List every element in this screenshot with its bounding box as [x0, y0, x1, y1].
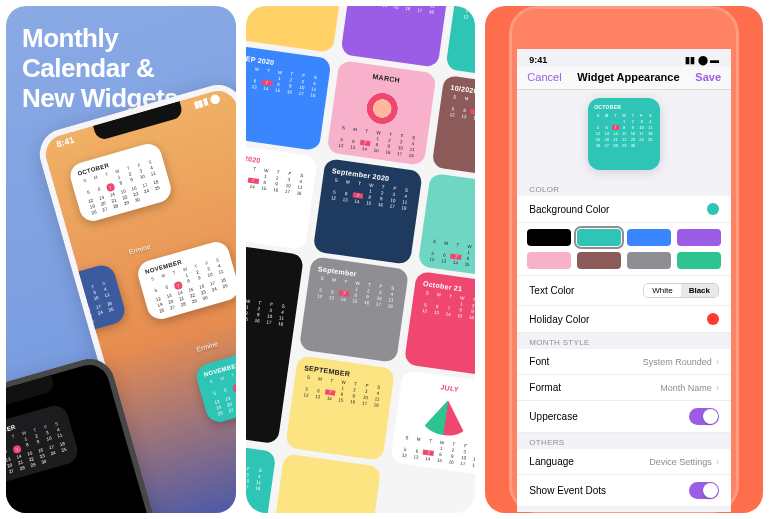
tile-grid: SMTWTFS123456789101112131415161718	[426, 238, 475, 272]
widget-tile[interactable]: October 21 SMTWTFS1234567891011121314151…	[403, 271, 475, 377]
event-dots-toggle[interactable]	[689, 482, 719, 499]
swatch-green[interactable]	[677, 252, 721, 269]
widget-tile-illustration[interactable]: SMTWTFS123456789101112131415161718	[417, 173, 475, 279]
row-label: Show Event Dots	[529, 485, 606, 496]
swatch-pink[interactable]	[527, 252, 571, 269]
row-format[interactable]: Format Month Name›	[517, 375, 731, 401]
nav-title: Widget Appearance	[577, 71, 679, 83]
holiday-color-value-dot	[707, 313, 719, 325]
row-value: System Rounded	[643, 357, 712, 367]
section-header-month-style: MONTH STYLE	[517, 333, 731, 349]
headline-line-1: Monthly	[22, 24, 178, 54]
tile-grid: SMTWTFS123456789101112131415161718	[335, 125, 419, 159]
section-header-others: OTHERS	[517, 433, 731, 449]
swatch-teal[interactable]	[577, 229, 621, 246]
widget-preview: OCTOBER SMTWTFS1234567891011121314151617…	[588, 98, 660, 170]
swatch-gray[interactable]	[627, 252, 671, 269]
promo-panel-1: Monthly Calendar & New Widgets 8:41 ▮▮▮ …	[6, 6, 236, 513]
save-button[interactable]: Save	[695, 71, 721, 83]
status-bar: 9:41 ▮▮ ⬤ ▬	[517, 49, 731, 67]
row-label: Uppercase	[529, 411, 577, 422]
phone-stage: 8:41 ▮▮▮ ⬤ OCTOBER SMTWTFS12345678910111…	[6, 120, 236, 513]
tile-month: MARCH	[345, 69, 427, 87]
row-uppercase: Uppercase	[517, 401, 731, 433]
widget-tile[interactable]: SEPTEMBER SMTWTFS12345678910111213141516…	[285, 355, 395, 461]
promo-panel-3: 9:41 ▮▮ ⬤ ▬ Cancel Widget Appearance Sav…	[485, 6, 763, 513]
tile-grid: SMTWTFS123456789101112131415161718	[398, 434, 475, 468]
promo-panel-2: October, 21 SMTWTFS123456789101112131415…	[246, 6, 476, 513]
nav-bar: Cancel Widget Appearance Save	[517, 67, 731, 90]
tile-grid: SMTWTFS123456789101112131415161718	[446, 94, 475, 128]
chevron-right-icon: ›	[716, 382, 719, 393]
swatch-blue[interactable]	[627, 229, 671, 246]
widget-tile-illustration[interactable]: JULY SMTWTFS123456789101112131415161718	[390, 370, 476, 476]
row-label: Format	[529, 382, 561, 393]
row-show-event-dots: Show Event Dots	[517, 475, 731, 507]
widget-tile[interactable]: SEP 2020 SMTWTFS123456789101112131415161…	[445, 6, 476, 83]
row-background-color[interactable]: Background Color	[517, 196, 731, 223]
widget-tile-illustration[interactable]	[271, 453, 381, 513]
settings-screen: 9:41 ▮▮ ⬤ ▬ Cancel Widget Appearance Sav…	[517, 49, 731, 512]
chevron-right-icon: ›	[716, 356, 719, 367]
widget-tile[interactable]: 10/2020 SMTWTFS1234567891011121314151617…	[340, 6, 450, 68]
row-value: Device Settings	[649, 457, 712, 467]
widget-preview-area: OCTOBER SMTWTFS1234567891011121314151617…	[517, 90, 731, 180]
sun-illustration-icon	[355, 87, 408, 129]
row-label: Font	[529, 356, 549, 367]
row-language[interactable]: Language Device Settings›	[517, 449, 731, 475]
tile-month: JULY	[408, 379, 475, 397]
status-icons: ▮▮ ⬤ ▬	[685, 55, 719, 65]
tile-grid: SMTWTFS123456789101112131415161718	[246, 294, 289, 328]
calendar-widget-dark[interactable]: OCTOBER SMTWTFS1234567891011121314151617…	[6, 403, 81, 487]
row-label: Holiday Color	[529, 314, 589, 325]
preview-grid: SMTWTFS123456789101112131415161718192021…	[594, 113, 654, 148]
text-color-white[interactable]: White	[644, 284, 680, 297]
row-value: Month Name	[660, 383, 712, 393]
widget-tile[interactable]: September SMTWTFS12345678910111213141516…	[299, 257, 409, 363]
tile-grid: SMTWTFS123456789101112131415161718	[419, 290, 476, 324]
tile-grid: SMTWTFS123456789101112131415161718	[460, 6, 475, 30]
row-holiday-color[interactable]: Holiday Color	[517, 306, 731, 333]
widget-tile[interactable]: October, 21 SMTWTFS123456789101112131415…	[246, 6, 345, 53]
widget-tile[interactable]: SEP 2020 SMTWTFS123456789101112131415161…	[246, 144, 318, 250]
uppercase-toggle[interactable]	[689, 408, 719, 425]
device-outline: 9:41 ▮▮ ⬤ ▬ Cancel Widget Appearance Sav…	[509, 6, 739, 513]
headline: Monthly Calendar & New Widgets	[22, 24, 178, 114]
tile-grid: SMTWTFS123456789101112131415161718	[355, 6, 439, 15]
tile-month: SEP 2020	[246, 447, 267, 465]
chevron-right-icon: ›	[716, 456, 719, 467]
section-header-color: COLOR	[517, 180, 731, 196]
color-swatch-picker	[517, 223, 731, 276]
swatch-black[interactable]	[527, 229, 571, 246]
watermelon-illustration-icon	[419, 397, 472, 439]
swatch-row-2	[527, 252, 721, 269]
bg-color-value-dot	[707, 203, 719, 215]
preview-month: OCTOBER	[594, 104, 654, 110]
text-color-segmented: White Black	[643, 283, 719, 298]
row-text-color: Text Color White Black	[517, 276, 731, 306]
row-label: Text Color	[529, 285, 574, 296]
row-font[interactable]: Font System Rounded›	[517, 349, 731, 375]
swatch-row-1	[527, 229, 721, 246]
text-color-black[interactable]: Black	[681, 284, 718, 297]
widget-tile[interactable]: SEP 2020 SMTWTFS123456789101112131415161…	[246, 438, 276, 513]
widget-tile[interactable]: September 2020 SMTWTFS123456789101112131…	[312, 158, 422, 264]
row-label: Background Color	[529, 204, 609, 215]
swatch-purple[interactable]	[677, 229, 721, 246]
cancel-button[interactable]: Cancel	[527, 71, 561, 83]
widget-tile[interactable]: 10/2020 SMTWTFS1234567891011121314151617…	[431, 75, 475, 181]
swatch-maroon[interactable]	[577, 252, 621, 269]
headline-line-2: Calendar &	[22, 54, 178, 84]
widget-tile-grid: October, 21 SMTWTFS123456789101112131415…	[246, 6, 476, 513]
status-time: 9:41	[529, 55, 547, 65]
row-label: Language	[529, 456, 574, 467]
widget-tile-illustration[interactable]: MARCH SMTWTFS123456789101112131415161718	[326, 60, 436, 166]
widget-tile[interactable]: SEP 2020 SMTWTFS123456789101112131415161…	[246, 45, 331, 151]
